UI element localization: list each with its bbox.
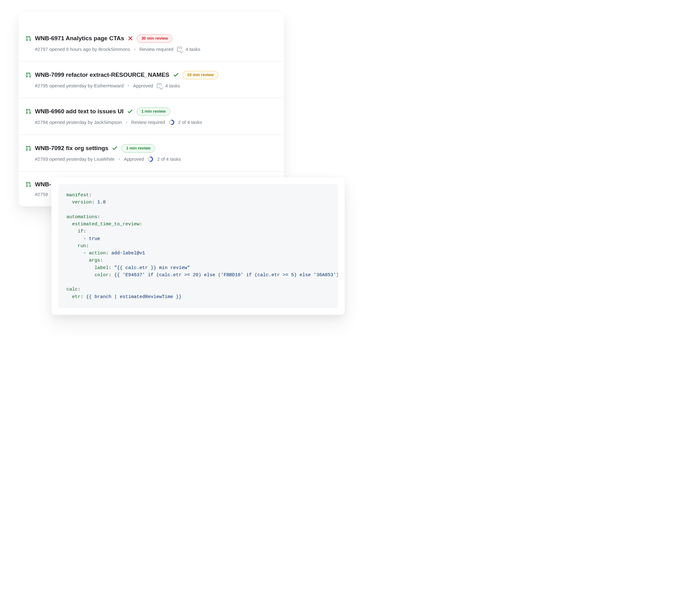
tasks-text: 4 tasks (185, 47, 201, 52)
checklist-icon (157, 83, 161, 88)
code-token-key: calc (67, 287, 78, 292)
tasks-text: 4 tasks (165, 83, 180, 88)
pr-meta-text: #2797 opened 9 hours ago by BrookSimmons (35, 47, 130, 52)
tasks-text: 2 of 4 tasks (178, 120, 202, 125)
code-token-key: run (78, 243, 86, 249)
pr-meta: #2794 opened yesterday by JackSimpson●Re… (35, 120, 275, 125)
code-token-val: {{ branch | estimatedReviewTime }} (86, 294, 181, 300)
review-time-pill: 30 min review (136, 34, 173, 43)
code-token-key: etr (72, 294, 80, 300)
pr-meta: #2795 opened yesterday by EstherHoward●A… (35, 83, 275, 88)
pr-meta: #2793 opened yesterday by LisaWhite●Appr… (35, 157, 275, 162)
check-icon (127, 109, 133, 114)
pr-meta: #2797 opened 9 hours ago by BrookSimmons… (35, 47, 275, 52)
pr-head: WNB-7099 refactor extract-RESOURCE_NAMES… (26, 71, 275, 79)
code-block: manifest: version: 1.0 automations: esti… (58, 184, 338, 308)
meta-separator: ● (118, 157, 120, 161)
progress-ring-icon (169, 120, 174, 125)
pr-title[interactable]: WNB-6971 Analytics page CTAs (35, 35, 124, 42)
review-time-pill: 1 min review (136, 108, 170, 116)
code-token-key: label (95, 265, 108, 270)
code-token-key: if (78, 229, 83, 234)
pr-head: WNB-7092 fix org settings1 min review (26, 144, 275, 152)
pr-title[interactable]: WNB-7099 refactor extract-RESOURCE_NAMES (35, 71, 169, 78)
tasks-text: 2 of 4 tasks (157, 157, 181, 162)
pull-request-icon (26, 182, 31, 187)
code-token-key: color (95, 272, 108, 278)
checklist-icon (177, 47, 182, 51)
review-state: Approved (133, 83, 153, 88)
pr-row[interactable]: WNB-7092 fix org settings1 min review#27… (19, 135, 284, 172)
pr-meta-text: #2793 opened yesterday by LisaWhite (35, 157, 115, 162)
review-time-pill: 1 min review (121, 144, 155, 152)
review-state: Review required (131, 120, 165, 125)
pr-meta-text: #2794 opened yesterday by JackSimpson (35, 120, 122, 125)
review-state: Approved (124, 157, 144, 162)
code-token-val: add-label@v1 (111, 250, 145, 256)
check-icon (173, 72, 179, 78)
pr-row[interactable]: WNB-6960 add text to issues UI1 min revi… (19, 98, 284, 135)
pr-title[interactable]: WNB-6960 add text to issues UI (35, 108, 124, 115)
pr-title[interactable]: WNB- (35, 181, 51, 188)
pr-head: WNB-6960 add text to issues UI1 min revi… (26, 108, 275, 116)
code-token-key: estimated_time_to_review (72, 221, 140, 227)
pr-row[interactable]: WNB-7099 refactor extract-RESOURCE_NAMES… (19, 62, 284, 98)
code-token-val: {{ 'E94637' if (calc.etr >= 20) else ('F… (114, 272, 338, 278)
pr-head: WNB-6971 Analytics page CTAs30 min revie… (26, 34, 275, 43)
code-token-val: true (89, 236, 100, 242)
code-token-key: args (89, 258, 100, 263)
pull-request-icon (26, 35, 31, 41)
code-token-key: version (72, 200, 92, 205)
pr-row[interactable]: WNB-6971 Analytics page CTAs30 min revie… (19, 25, 284, 62)
pull-request-icon (26, 145, 31, 151)
check-icon (112, 145, 118, 151)
review-state: Review required (140, 47, 173, 52)
pull-request-icon (26, 109, 31, 114)
pr-title[interactable]: WNB-7092 fix org settings (35, 145, 108, 152)
x-icon (128, 36, 133, 41)
pull-request-icon (26, 72, 31, 78)
code-card: manifest: version: 1.0 automations: esti… (51, 177, 345, 315)
pr-meta-text: #2759 (35, 192, 48, 197)
code-token-str: "{{ calc.etr }} min review" (114, 265, 190, 270)
review-time-pill: 10 min review (182, 71, 218, 79)
meta-separator: ● (134, 47, 136, 51)
code-token-key: manifest (67, 193, 89, 198)
progress-ring-icon (148, 157, 153, 162)
code-token-key: automations (67, 214, 97, 220)
code-token-key: action (89, 250, 106, 256)
pr-meta-text: #2795 opened yesterday by EstherHoward (35, 83, 124, 88)
meta-separator: ● (126, 120, 128, 124)
meta-separator: ● (127, 84, 129, 87)
code-token-val: 1.0 (97, 200, 106, 205)
